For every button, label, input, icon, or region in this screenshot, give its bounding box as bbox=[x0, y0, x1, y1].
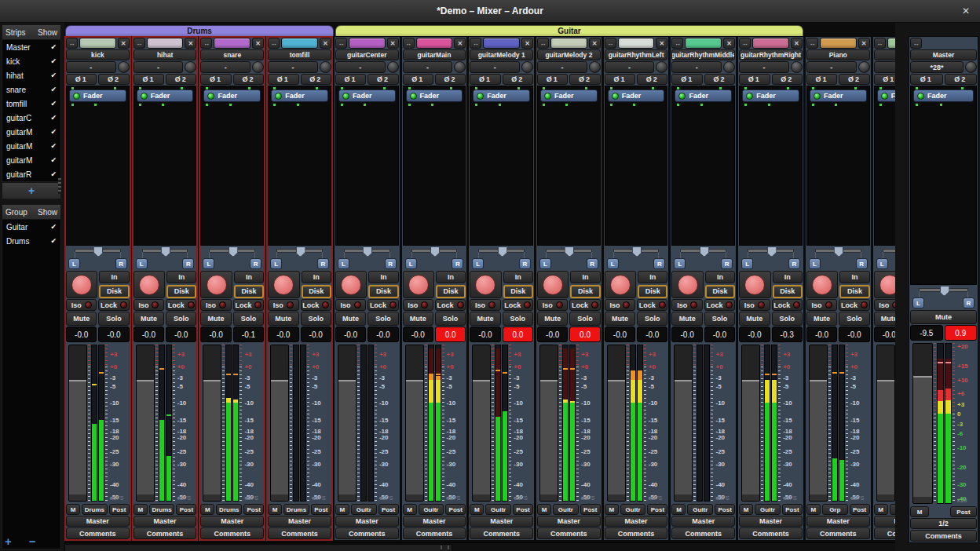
comments-button[interactable]: Comments bbox=[66, 527, 130, 539]
strips-list-row[interactable]: guitarC✔ bbox=[2, 111, 60, 125]
gain-display[interactable]: -0.0 bbox=[133, 327, 164, 342]
comments-button[interactable]: Comments bbox=[806, 527, 870, 539]
record-arm-button[interactable] bbox=[335, 271, 367, 298]
record-arm-button[interactable] bbox=[605, 271, 636, 298]
gain-display[interactable]: -0.0 bbox=[200, 327, 231, 342]
strips-list-row[interactable]: guitarM✔ bbox=[2, 125, 60, 139]
fader-processor[interactable]: Fader bbox=[271, 89, 328, 102]
volume-fader[interactable] bbox=[270, 345, 289, 502]
volume-fader[interactable] bbox=[68, 345, 87, 502]
trim-knob[interactable] bbox=[858, 61, 870, 73]
trim-display[interactable]: - bbox=[268, 61, 318, 73]
volume-fader[interactable] bbox=[674, 345, 693, 502]
peak-display[interactable]: -0.0 bbox=[98, 327, 129, 342]
trim-knob[interactable] bbox=[320, 61, 331, 73]
pan-left-button[interactable]: L bbox=[472, 258, 484, 269]
strip-width-toggle[interactable]: ↔ bbox=[910, 38, 922, 49]
monitor-disk-button[interactable]: Disk bbox=[436, 285, 466, 299]
mute-button[interactable]: Mute bbox=[470, 312, 500, 326]
post-button[interactable]: Post bbox=[513, 504, 533, 515]
pan-left-button[interactable]: L bbox=[68, 258, 80, 269]
group-button[interactable]: Guitr bbox=[620, 504, 646, 515]
monitor-disk-button[interactable]: Disk bbox=[368, 285, 398, 299]
output-button[interactable]: Master bbox=[268, 516, 331, 527]
phase-1-button[interactable]: Ø1 bbox=[537, 74, 568, 85]
strip-width-toggle[interactable]: ↔ bbox=[874, 38, 886, 49]
mono-button[interactable]: M bbox=[66, 504, 80, 515]
mono-button[interactable]: M bbox=[671, 504, 686, 515]
peak-display[interactable]: 0.9 bbox=[945, 325, 978, 341]
pan-left-button[interactable]: L bbox=[876, 258, 888, 269]
processor-box[interactable]: Fader bbox=[133, 86, 197, 246]
monitor-disk-button[interactable]: Disk bbox=[99, 285, 129, 299]
volume-fader[interactable] bbox=[472, 345, 491, 502]
strip-color-button[interactable] bbox=[147, 38, 184, 49]
output-button[interactable]: Master bbox=[537, 516, 601, 527]
pan-right-button[interactable]: R bbox=[385, 258, 397, 269]
gain-display[interactable]: -0.0 bbox=[470, 327, 500, 342]
solo-isolate-button[interactable]: Iso bbox=[806, 299, 837, 311]
processor-active-led[interactable] bbox=[275, 93, 282, 100]
volume-fader[interactable] bbox=[809, 345, 828, 502]
gain-display[interactable]: -0.0 bbox=[874, 327, 895, 342]
pan-left-button[interactable]: L bbox=[539, 258, 551, 269]
mute-button[interactable]: Mute bbox=[739, 312, 770, 326]
pan-left-button[interactable]: L bbox=[203, 258, 214, 269]
strip-color-button[interactable] bbox=[79, 38, 116, 49]
trim-knob[interactable] bbox=[521, 61, 533, 73]
fader-processor[interactable]: Fader bbox=[203, 89, 261, 102]
strip-name-button[interactable]: guitarCenter bbox=[335, 49, 399, 60]
record-arm-button[interactable] bbox=[739, 271, 770, 298]
solo-lock-button[interactable]: Lock bbox=[637, 299, 667, 311]
monitor-disk-button[interactable]: Disk bbox=[570, 285, 600, 299]
phase-1-button[interactable]: Ø1 bbox=[874, 74, 895, 85]
fader-processor[interactable]: Fader bbox=[810, 89, 867, 102]
post-button[interactable]: Post bbox=[950, 506, 977, 517]
monitor-disk-button[interactable]: Disk bbox=[503, 285, 533, 299]
strip-color-button[interactable] bbox=[618, 38, 655, 49]
peak-display[interactable]: -0.0 bbox=[839, 327, 869, 342]
mono-button[interactable]: M bbox=[605, 504, 619, 515]
phase-2-button[interactable]: Ø2 bbox=[569, 74, 600, 85]
processor-box[interactable]: Fader bbox=[605, 86, 668, 246]
mute-button[interactable]: Mute bbox=[910, 310, 977, 324]
record-arm-button[interactable] bbox=[66, 271, 97, 298]
strip-width-toggle[interactable]: ↔ bbox=[605, 38, 616, 49]
strip-name-button[interactable]: snare bbox=[200, 49, 264, 60]
fader-processor[interactable]: Fader bbox=[69, 89, 126, 102]
window-close-button[interactable]: ✕ bbox=[960, 5, 972, 17]
monitor-disk-button[interactable]: Disk bbox=[773, 285, 803, 299]
strip-close-button[interactable]: ✕ bbox=[656, 38, 667, 49]
solo-isolate-button[interactable]: Iso bbox=[268, 299, 298, 311]
solo-lock-button[interactable]: Lock bbox=[503, 299, 533, 311]
peak-display[interactable]: -0.1 bbox=[233, 327, 264, 342]
strip-color-button[interactable] bbox=[887, 38, 895, 49]
record-arm-button[interactable] bbox=[133, 271, 165, 298]
strip-name-button[interactable]: hihat bbox=[133, 49, 197, 60]
strip-close-button[interactable]: ✕ bbox=[858, 38, 870, 49]
output-button[interactable]: Master bbox=[470, 516, 533, 527]
mute-button[interactable]: Mute bbox=[671, 312, 702, 326]
volume-fader[interactable] bbox=[876, 345, 895, 502]
phase-1-button[interactable]: Ø1 bbox=[200, 74, 231, 85]
pan-right-button[interactable]: R bbox=[317, 258, 329, 269]
solo-lock-button[interactable]: Lock bbox=[435, 299, 466, 311]
solo-isolate-button[interactable]: Iso bbox=[874, 299, 895, 311]
solo-isolate-button[interactable]: Iso bbox=[537, 299, 568, 311]
pan-widget[interactable]: LR bbox=[673, 246, 733, 270]
pan-widget[interactable]: LR bbox=[606, 246, 667, 270]
strip-visible-checkbox[interactable]: ✔ bbox=[50, 71, 57, 79]
comments-button[interactable]: Comments bbox=[470, 527, 533, 539]
processor-active-led[interactable] bbox=[746, 93, 753, 100]
phase-2-button[interactable]: Ø2 bbox=[368, 74, 398, 85]
volume-fader[interactable] bbox=[203, 345, 221, 502]
pan-right-button[interactable]: R bbox=[963, 297, 975, 308]
record-arm-button[interactable] bbox=[268, 271, 299, 298]
mute-button[interactable]: Mute bbox=[200, 312, 231, 326]
volume-fader[interactable] bbox=[539, 345, 558, 502]
group-button[interactable]: Guitr bbox=[553, 504, 579, 515]
phase-2-button[interactable]: Ø2 bbox=[772, 74, 803, 85]
comments-button[interactable]: Comments bbox=[335, 527, 399, 539]
solo-button[interactable]: Solo bbox=[772, 312, 803, 326]
pan-left-button[interactable]: L bbox=[674, 258, 686, 269]
